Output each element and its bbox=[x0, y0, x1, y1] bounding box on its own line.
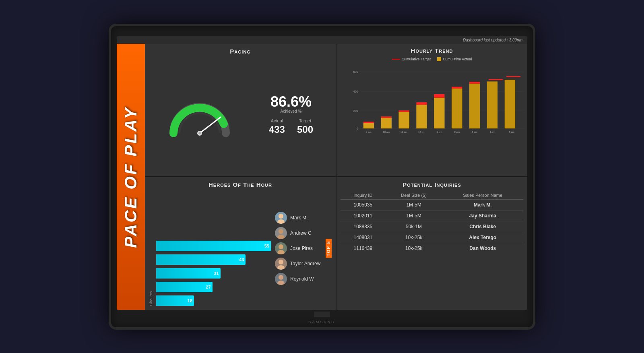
legend-target-icon bbox=[392, 59, 400, 60]
svg-rect-22 bbox=[452, 88, 462, 128]
chart-container: # No. of Inquiries ID (Cumulative) 600 4… bbox=[340, 64, 524, 142]
hero-item-5: Reynold W bbox=[275, 273, 323, 285]
inquiries-panel: Potential Inquiries Inquiry ID Deal Size… bbox=[336, 177, 527, 310]
actual-stat: Actual 433 bbox=[269, 118, 285, 135]
heroes-content: Closures 55 43 bbox=[149, 191, 332, 306]
bar-value-3: 31 bbox=[214, 271, 219, 276]
deal-size-2: 1M-5M bbox=[386, 211, 442, 221]
gauge-container bbox=[167, 95, 232, 135]
svg-point-40 bbox=[279, 214, 283, 219]
chart-svg: # No. of Inquiries ID (Cumulative) 600 4… bbox=[351, 64, 524, 142]
tv-display: Dashboard last updated : 3.00pm Pace of … bbox=[109, 24, 535, 330]
closures-label: Closures bbox=[149, 191, 153, 306]
svg-point-52 bbox=[279, 275, 283, 280]
hero-name-5: Reynold W bbox=[290, 276, 314, 282]
table-row: 1116439 10k-25k Dan Woods bbox=[341, 243, 523, 254]
svg-text:1 pm: 1 pm bbox=[437, 130, 442, 133]
inquiries-table: Inquiry ID Deal Size ($) Sales Person Na… bbox=[341, 191, 523, 254]
inquiry-id-5: 1116439 bbox=[341, 243, 386, 254]
sales-person-5: Dan Woods bbox=[442, 243, 524, 254]
svg-rect-21 bbox=[434, 94, 444, 98]
hero-item-3: Jose Pires bbox=[275, 242, 323, 254]
inquiry-id-3: 1088335 bbox=[341, 221, 386, 232]
legend-target: Cumulative Target bbox=[392, 57, 431, 61]
table-header-row: Inquiry ID Deal Size ($) Sales Person Na… bbox=[341, 191, 523, 200]
bar-row: 18 bbox=[156, 295, 271, 306]
bar-value-5: 18 bbox=[188, 298, 192, 303]
inquiry-id-1: 1005035 bbox=[341, 200, 386, 211]
deal-size-4: 10k-25k bbox=[386, 232, 442, 243]
sales-person-1: Mark M. bbox=[442, 200, 524, 211]
hero-name-4: Taylor Andrew bbox=[290, 261, 320, 266]
bar-2: 43 bbox=[156, 254, 246, 265]
heroes-title: Heroes of the Hour bbox=[149, 181, 332, 188]
svg-text:0: 0 bbox=[357, 127, 358, 130]
svg-point-49 bbox=[279, 260, 283, 264]
bar-4: 27 bbox=[156, 282, 213, 292]
sales-person-2: Jay Sharma bbox=[442, 211, 524, 221]
svg-rect-27 bbox=[489, 79, 503, 80]
svg-text:5 pm: 5 pm bbox=[509, 130, 514, 133]
gauge-svg bbox=[167, 95, 232, 139]
inquiries-table-body: 1005035 1M-5M Mark M. 1002011 1M-5M Jay … bbox=[341, 200, 523, 254]
svg-text:4 pm: 4 pm bbox=[489, 130, 495, 133]
last-updated-text: Dashboard last updated : 3.00pm bbox=[463, 38, 522, 42]
top5-label: TOP 5 bbox=[326, 239, 332, 258]
table-row: 1408031 10k-25k Alex Terego bbox=[341, 232, 523, 243]
tv-screen: Dashboard last updated : 3.00pm Pace of … bbox=[117, 36, 527, 310]
names-section: Mark M. bbox=[275, 212, 323, 285]
achieved-pct: 86.6% Achieved % bbox=[270, 95, 312, 114]
bar-1: 55 bbox=[156, 241, 271, 251]
trend-title: Hourly Trend bbox=[340, 47, 524, 54]
svg-text:2 pm: 2 pm bbox=[454, 130, 460, 133]
bar-row: 31 bbox=[156, 268, 271, 279]
tv-stand bbox=[314, 312, 330, 317]
deal-size-3: 50k-1M bbox=[386, 221, 442, 232]
stats-row: Actual 433 Target 500 bbox=[269, 118, 313, 135]
pacing-title: Pacing bbox=[149, 48, 332, 55]
svg-rect-29 bbox=[506, 76, 520, 77]
heroes-panel: Heroes of the Hour Closures 55 bbox=[145, 177, 336, 310]
svg-point-2 bbox=[198, 132, 201, 134]
tv-brand: SAMSUNG bbox=[309, 320, 336, 324]
inquiries-title: Potential Inquiries bbox=[341, 181, 523, 188]
inquiry-id-2: 1002011 bbox=[341, 211, 386, 221]
hero-avatar-4 bbox=[275, 258, 287, 270]
hourly-trend-panel: Hourly Trend Cumulative Target Cumulativ… bbox=[336, 44, 527, 177]
bar-3: 31 bbox=[156, 268, 221, 279]
sales-person-3: Chris Blake bbox=[442, 221, 524, 232]
hero-item-4: Taylor Andrew bbox=[275, 258, 323, 270]
sales-person-4: Alex Terego bbox=[442, 232, 524, 243]
hero-avatar-3 bbox=[275, 242, 287, 254]
svg-rect-28 bbox=[505, 80, 515, 128]
svg-point-43 bbox=[279, 229, 283, 234]
svg-text:9 am: 9 am bbox=[366, 130, 372, 133]
svg-text:3 pm: 3 pm bbox=[472, 130, 477, 133]
pacing-content: 86.6% Achieved % Actual 433 Tar bbox=[149, 58, 332, 173]
deal-size-5: 10k-25k bbox=[386, 243, 442, 254]
svg-rect-12 bbox=[363, 123, 374, 128]
svg-text:12 pm: 12 pm bbox=[418, 130, 425, 133]
col-deal-size: Deal Size ($) bbox=[386, 191, 442, 200]
svg-rect-16 bbox=[398, 111, 409, 128]
col-sales-person: Sales Person Name bbox=[442, 191, 524, 200]
bar-value-2: 43 bbox=[239, 257, 244, 262]
svg-text:400: 400 bbox=[353, 90, 358, 93]
svg-rect-23 bbox=[452, 87, 462, 88]
bar-5: 18 bbox=[156, 295, 194, 306]
hero-avatar-5 bbox=[275, 273, 287, 285]
col-inquiry-id: Inquiry ID bbox=[341, 191, 386, 200]
bar-row: 55 bbox=[156, 241, 271, 251]
bars-wrapper: 55 43 bbox=[149, 241, 271, 306]
svg-rect-15 bbox=[381, 116, 392, 118]
pacing-stats: 86.6% Achieved % Actual 433 Tar bbox=[269, 95, 313, 135]
svg-rect-14 bbox=[381, 118, 392, 128]
table-row: 1005035 1M-5M Mark M. bbox=[341, 200, 523, 211]
svg-rect-26 bbox=[487, 81, 497, 128]
hero-name-1: Mark M. bbox=[290, 215, 308, 221]
svg-rect-18 bbox=[416, 105, 427, 128]
table-row: 1002011 1M-5M Jay Sharma bbox=[341, 211, 523, 221]
legend-actual: Cumulative Actual bbox=[437, 57, 472, 61]
bar-row: 27 bbox=[156, 282, 271, 292]
trend-legend: Cumulative Target Cumulative Actual bbox=[340, 57, 524, 61]
